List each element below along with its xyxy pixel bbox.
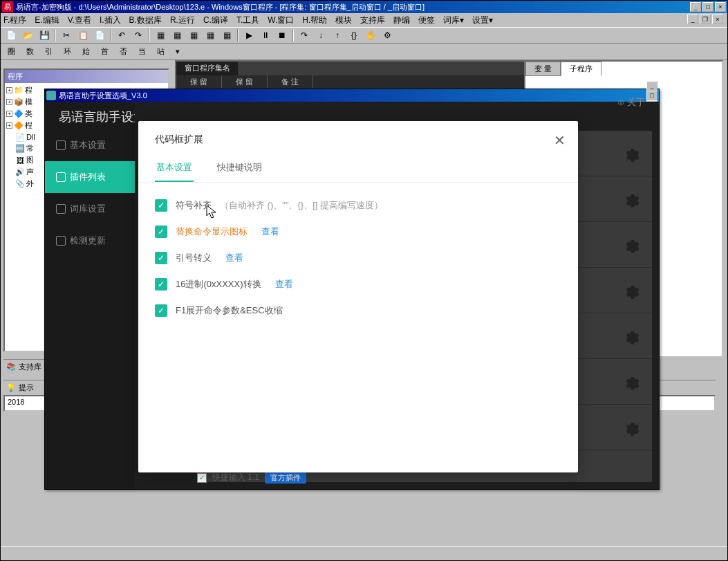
plugin-enabled-checkbox[interactable]: ✓ (197, 473, 207, 483)
link-view-1[interactable]: 查看 (261, 226, 279, 238)
plugin-settings-icon-3[interactable] (623, 281, 642, 300)
plugin-settings-icon-4[interactable] (623, 327, 642, 346)
menu-window[interactable]: W.窗口 (268, 15, 294, 26)
menu-database[interactable]: B.数据库 (129, 15, 162, 26)
vars-tab-variables[interactable]: 变 量 (525, 62, 561, 76)
tb-redo[interactable]: ↷ (131, 28, 146, 42)
tb-stepover[interactable]: ↷ (297, 28, 312, 42)
checkbox-hex[interactable]: ✓ (155, 278, 167, 291)
menu-tools[interactable]: T.工具 (236, 15, 259, 26)
menu-staticcompile[interactable]: 静编 (393, 15, 410, 26)
plugin-settings-icon-5[interactable] (623, 372, 642, 392)
close-button[interactable]: × (715, 2, 726, 12)
nav-plugin-list[interactable]: 插件列表 (45, 161, 135, 193)
tb2-9[interactable]: 呫 (153, 45, 169, 58)
link-view-2[interactable]: 查看 (225, 252, 243, 264)
plugin-settings-icon-6[interactable] (623, 418, 642, 437)
tb-btn3[interactable]: ▦ (186, 28, 201, 42)
window-title: 易语言-加密狗版 - d:\Users\Administrator\Deskto… (16, 2, 690, 12)
nav-update[interactable]: 检测更新 (45, 225, 135, 257)
tb-save[interactable]: 💾 (37, 28, 52, 42)
menubar: F.程序 E.编辑 V.查看 I.插入 B.数据库 R.运行 C.编译 T.工具… (1, 13, 727, 27)
tb2-10[interactable]: ▾ (171, 46, 184, 57)
gear-icon (56, 140, 66, 150)
checkbox-f1[interactable]: ✓ (155, 304, 167, 317)
tb-run[interactable]: ▶ (241, 28, 256, 42)
tb2-5[interactable]: 始 (78, 45, 94, 58)
plugin-settings-icon-0[interactable] (623, 144, 642, 163)
tb-cut[interactable]: ✂ (59, 28, 74, 42)
tb-open[interactable]: 📂 (20, 28, 35, 42)
plugin-settings-icon-1[interactable] (623, 190, 642, 209)
tb2-8[interactable]: 当 (134, 45, 150, 58)
settings-header: 易语言助手设置 (59, 109, 146, 125)
menu-program[interactable]: F.程序 (3, 15, 26, 26)
menu-module[interactable]: 模块 (335, 15, 352, 26)
menu-compile[interactable]: C.编译 (203, 15, 228, 26)
vars-tab-subs[interactable]: 子程序 (561, 62, 601, 76)
settings-maximize[interactable]: □ (646, 91, 657, 100)
modal-tab-basic[interactable]: 基本设置 (155, 154, 194, 182)
nav-wordlib[interactable]: 词库设置 (45, 193, 135, 225)
option-symbol-complete: ✓ 符号补齐 （自动补齐 ()、""、{}、[] 提高编写速度） (155, 199, 561, 212)
maximize-button[interactable]: □ (702, 2, 713, 12)
modal-close-button[interactable]: ✕ (554, 132, 566, 149)
modal-tab-shortcuts[interactable]: 快捷键说明 (216, 154, 263, 182)
menu-notes[interactable]: 便签 (418, 15, 435, 26)
modal-title: 代码框扩展 ✕ (138, 121, 578, 154)
tb-new[interactable]: 📄 (3, 28, 19, 42)
tb-btn2[interactable]: ▦ (169, 28, 185, 42)
option-replace-icon: ✓ 替换命令显示图标 查看 (155, 226, 561, 238)
checkbox-symbol[interactable]: ✓ (155, 199, 167, 212)
menu-run[interactable]: R.运行 (170, 15, 195, 26)
tb-pause[interactable]: ⏸ (258, 28, 273, 42)
mdi-controls: _ ❐ × (687, 15, 723, 24)
tb2-6[interactable]: 首 (97, 45, 113, 58)
tb2-7[interactable]: 否 (115, 45, 131, 58)
mdi-close[interactable]: × (712, 15, 723, 24)
tb-stepout[interactable]: ↑ (330, 28, 345, 42)
tb-copy[interactable]: 📋 (75, 28, 91, 42)
official-badge: 官方插件 (265, 472, 306, 484)
plugin-settings-icon-2[interactable] (623, 235, 642, 255)
tb-btn4[interactable]: ▦ (203, 28, 218, 42)
menu-supportlib[interactable]: 支持库 (360, 15, 385, 26)
tb2-1[interactable]: 圈 (3, 45, 19, 58)
link-view-3[interactable]: 查看 (275, 278, 293, 291)
settings-titlebar[interactable]: 易语言助手设置选项_V3.0 _ □ × (45, 89, 659, 102)
code-tab-main[interactable]: 窗口程序集名 (176, 62, 239, 75)
menu-settings[interactable]: 设置▾ (472, 15, 493, 26)
checkbox-quote[interactable]: ✓ (155, 252, 167, 264)
tree-title: 程序 (5, 70, 168, 83)
toolbar-main: 📄 📂 💾 ✂ 📋 📄 ↶ ↷ ▦ ▦ ▦ ▦ ▦ ▶ ⏸ ⏹ ↷ ↓ ↑ {}… (1, 27, 727, 44)
menu-insert[interactable]: I.插入 (100, 15, 121, 26)
about-button[interactable]: ⊙ 关于 (617, 96, 645, 109)
tb2-2[interactable]: 数 (22, 45, 38, 58)
minimize-button[interactable]: _ (690, 2, 701, 12)
tb-undo[interactable]: ↶ (114, 28, 129, 42)
mdi-minimize[interactable]: _ (687, 15, 698, 24)
menu-edit[interactable]: E.编辑 (35, 15, 59, 26)
menu-view[interactable]: V.查看 (68, 15, 91, 26)
tb-stepin[interactable]: ↓ (313, 28, 328, 42)
tb-paste[interactable]: 📄 (92, 28, 107, 42)
nav-basic-settings[interactable]: 基本设置 (45, 129, 135, 161)
menu-help[interactable]: H.帮助 (302, 15, 327, 26)
list-icon (56, 172, 66, 182)
tb-misc[interactable]: ⚙ (380, 28, 395, 42)
tb2-4[interactable]: 环 (59, 45, 75, 58)
option-quote-escape: ✓ 引号转义 查看 (155, 252, 561, 264)
tb-hand[interactable]: ✋ (363, 28, 378, 42)
tb-btn1[interactable]: ▦ (153, 28, 168, 42)
tb-breakpoint[interactable]: {} (346, 28, 362, 42)
menu-wordlib[interactable]: 词库▾ (443, 15, 464, 26)
code-box-extension-modal: 代码框扩展 ✕ 基本设置 快捷键说明 ✓ 符号补齐 （自动补齐 ()、""、{}… (138, 121, 578, 472)
mdi-restore[interactable]: ❐ (700, 15, 711, 24)
tb-btn5[interactable]: ▦ (219, 28, 234, 42)
settings-minimize[interactable]: _ (646, 81, 657, 91)
tb2-3[interactable]: 引 (41, 45, 57, 58)
tb-stop[interactable]: ⏹ (274, 28, 290, 42)
plugin-name-label: 快捷输入 1.1 (212, 472, 259, 484)
ide-titlebar[interactable]: 易 易语言-加密狗版 - d:\Users\Administrator\Desk… (1, 1, 727, 13)
checkbox-replace-icon[interactable]: ✓ (155, 226, 167, 238)
